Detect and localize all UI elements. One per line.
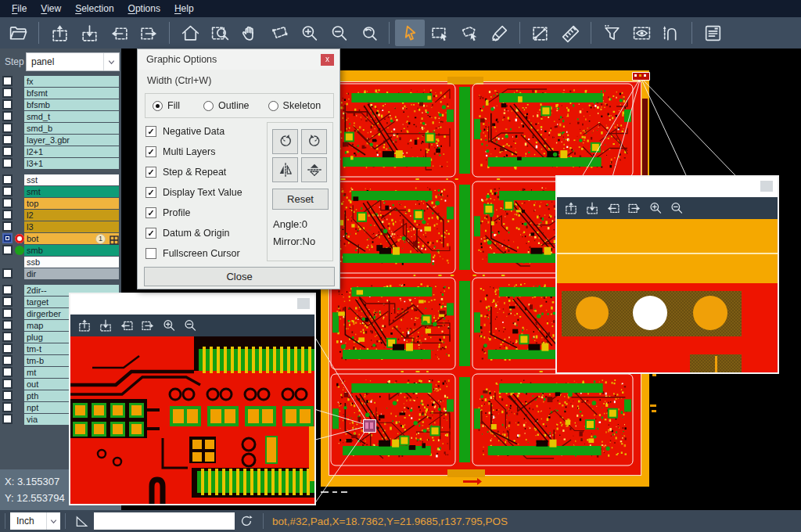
zoom-in-button[interactable]: [158, 316, 179, 335]
layer-checkbox[interactable]: [2, 285, 13, 295]
step-right-button[interactable]: [134, 20, 163, 46]
step-up-button[interactable]: [560, 199, 581, 217]
clean-button[interactable]: [484, 20, 514, 46]
layer-checkbox[interactable]: [2, 332, 13, 342]
menu-selection[interactable]: Selection: [68, 1, 120, 16]
chevron-down-icon[interactable]: [103, 53, 119, 70]
zoom-window-view[interactable]: [557, 219, 778, 372]
layer-checkbox[interactable]: [2, 76, 13, 86]
view-filter-button[interactable]: [627, 20, 656, 46]
rotate-ccw-button[interactable]: [301, 129, 327, 154]
layer-checkbox[interactable]: [2, 320, 13, 330]
layer-checkbox[interactable]: [2, 414, 13, 424]
menu-options[interactable]: Options: [121, 1, 167, 16]
reset-button[interactable]: Reset: [272, 189, 329, 210]
layer-checkbox[interactable]: [2, 402, 13, 412]
layer-checkbox[interactable]: [2, 297, 13, 307]
step-combo[interactable]: panel: [26, 52, 120, 71]
checkbox-box[interactable]: ✓: [145, 187, 156, 198]
select-polygon-button[interactable]: [454, 20, 484, 46]
zoom-window-title-bar[interactable]: [557, 177, 778, 197]
layer-checkbox[interactable]: [2, 88, 13, 98]
checkbox-box[interactable]: ✓: [145, 228, 156, 239]
report-button[interactable]: [698, 20, 727, 46]
dialog-title-bar[interactable]: Graphic Options x: [138, 49, 339, 70]
view-shape-button[interactable]: [264, 20, 294, 46]
checkbox-step-repeat[interactable]: ✓Step & Repeat: [145, 162, 263, 182]
snap-corner-icon[interactable]: [72, 512, 92, 530]
zoom-in-button[interactable]: [645, 199, 666, 217]
layer-checkbox[interactable]: [2, 99, 13, 110]
layer-label[interactable]: smd_b: [24, 123, 119, 134]
layer-label[interactable]: l3+1: [24, 158, 119, 169]
window-button[interactable]: [760, 181, 773, 192]
measure-button[interactable]: [526, 20, 555, 46]
layer-checkbox[interactable]: [2, 233, 13, 243]
layer-checkbox[interactable]: [2, 390, 13, 401]
open-file-button[interactable]: [3, 20, 33, 46]
layer-checkbox[interactable]: [2, 245, 13, 255]
layer-label[interactable]: smt: [24, 186, 119, 197]
layer-label[interactable]: l2+1: [24, 146, 119, 157]
checkbox-negative-data[interactable]: ✓Negative Data: [145, 121, 263, 142]
checkbox-multi-layers[interactable]: ✓Multi Layers: [145, 142, 263, 162]
step-up-button[interactable]: [74, 316, 95, 335]
radio-skeleton[interactable]: Skeleton: [268, 100, 321, 111]
layer-label[interactable]: dir: [24, 268, 119, 279]
close-button[interactable]: Close: [144, 267, 335, 286]
chevron-down-icon[interactable]: [46, 512, 60, 530]
radio-outline[interactable]: Outline: [203, 100, 250, 111]
layer-label[interactable]: layer_3.gbr: [24, 135, 119, 146]
layer-label[interactable]: bfsmt: [24, 88, 119, 99]
mirror-h-button[interactable]: [272, 157, 298, 182]
zoom-window-title-bar[interactable]: [70, 294, 314, 315]
step-right-button[interactable]: [137, 316, 158, 335]
layer-label[interactable]: bfsmb: [24, 99, 119, 110]
layer-label[interactable]: top: [24, 198, 119, 209]
checkbox-box[interactable]: ✓: [145, 126, 156, 137]
zoom-home-button[interactable]: [175, 20, 205, 46]
pan-button[interactable]: [235, 20, 264, 46]
select-button[interactable]: [395, 20, 425, 46]
radio-circle[interactable]: [203, 101, 214, 111]
checkbox-datum-origin[interactable]: ✓Datum & Origin: [145, 223, 263, 243]
layer-checkbox[interactable]: [2, 221, 13, 232]
radio-circle[interactable]: [153, 101, 163, 111]
menu-file[interactable]: File: [5, 1, 34, 16]
layer-checkbox[interactable]: [2, 158, 13, 168]
export-step-up-button[interactable]: [45, 20, 74, 46]
import-step-down-button[interactable]: [74, 20, 104, 46]
layer-label[interactable]: l3: [24, 221, 119, 232]
checkbox-box[interactable]: ✓: [145, 146, 156, 157]
step-down-button[interactable]: [95, 316, 116, 335]
checkbox-box[interactable]: [145, 248, 156, 259]
rotate-cw-button[interactable]: [272, 129, 298, 154]
checkbox-fullscreen-cursor[interactable]: Fullscreen Cursor: [145, 243, 263, 264]
layer-checkbox[interactable]: [2, 367, 13, 377]
layer-checkbox[interactable]: [2, 186, 13, 196]
layer-checkbox[interactable]: [2, 210, 13, 220]
layer-checkbox[interactable]: [2, 146, 13, 156]
step-left-button[interactable]: [602, 199, 623, 217]
close-icon[interactable]: x: [321, 54, 334, 66]
sync-icon[interactable]: [236, 512, 257, 530]
step-right-button[interactable]: [623, 199, 645, 217]
layer-label[interactable]: fx: [24, 76, 119, 87]
layer-checkbox[interactable]: [2, 111, 13, 121]
window-button[interactable]: [297, 298, 310, 309]
layer-label[interactable]: smd_t: [24, 111, 119, 122]
menu-help[interactable]: Help: [167, 1, 201, 16]
filter-button[interactable]: [597, 20, 627, 46]
layer-checkbox[interactable]: [2, 198, 13, 208]
layer-checkbox[interactable]: [2, 355, 13, 365]
zoom-previous-button[interactable]: [354, 20, 383, 46]
checkbox-display-text-value[interactable]: ✓Display Text Value: [145, 182, 263, 203]
zoom-window-button[interactable]: [205, 20, 235, 46]
step-left-button[interactable]: [116, 316, 137, 335]
zoom-out-button[interactable]: [179, 316, 200, 335]
checkbox-profile[interactable]: ✓Profile: [145, 203, 263, 223]
layer-checkbox[interactable]: [2, 123, 13, 133]
zoom-window-view[interactable]: [70, 336, 314, 504]
layer-checkbox[interactable]: [2, 135, 13, 145]
layer-checkbox[interactable]: [2, 308, 13, 318]
